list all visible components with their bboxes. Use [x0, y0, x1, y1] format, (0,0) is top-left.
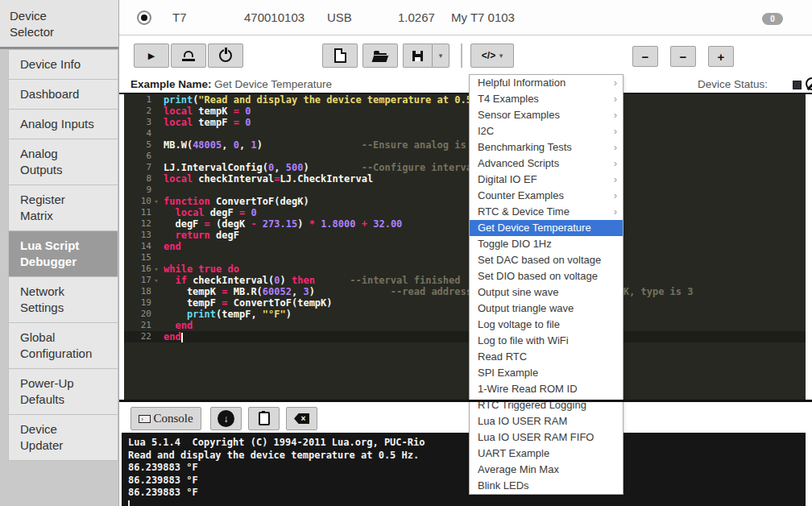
fold-arrow-icon[interactable]: ▾: [151, 275, 161, 286]
console-line: Lua 5.1.4 Copyright (C) 1994-2011 Lua.or…: [128, 437, 806, 450]
menu-item-get-device-temperature[interactable]: Get Device Temperature: [470, 220, 623, 236]
menu-item-log-to-file-with-wifi[interactable]: Log to file with WiFi: [470, 333, 623, 349]
code-line[interactable]: 14end: [124, 241, 806, 252]
sidebar-item-device-selector[interactable]: Device Selector: [0, 0, 118, 49]
menu-item-toggle-dio-1hz[interactable]: Toggle DIO 1Hz: [470, 236, 623, 252]
menu-item-read-rtc[interactable]: Read RTC: [470, 349, 623, 365]
code-line[interactable]: 19 tempF = ConvertToF(tempK): [124, 297, 806, 309]
menu-item-rtc-device-time[interactable]: RTC & Device Time›: [470, 204, 623, 220]
code-line[interactable]: 10▾function ConvertToF(degK): [124, 196, 806, 207]
sidebar-item-analog-outputs[interactable]: Analog Outputs: [8, 139, 118, 185]
code-line[interactable]: 22end: [124, 331, 806, 342]
submenu-arrow-icon: ›: [614, 156, 617, 172]
code-line[interactable]: 3local tempF = 0: [124, 117, 806, 128]
clear-log-button[interactable]: ×: [286, 407, 317, 430]
console-output[interactable]: Lua 5.1.4 Copyright (C) 1994-2011 Lua.or…: [122, 433, 806, 506]
line-number: 14: [124, 241, 151, 252]
menu-item-i2c[interactable]: I2C›: [470, 123, 623, 139]
code-line[interactable]: 12 degF = (degK - 273.15) * 1.8000 + 32.…: [124, 218, 806, 230]
code-line[interactable]: 6: [124, 151, 806, 162]
line-number: 17: [124, 275, 151, 286]
code-line[interactable]: 18 tempK = MB.R(60052, 3) --read address…: [124, 286, 806, 297]
submenu-arrow-icon: ›: [614, 75, 617, 91]
console-toggle-button[interactable]: › Console: [130, 407, 201, 430]
menu-item-blink-leds[interactable]: Blink LEDs: [470, 478, 623, 494]
sidebar-item-power-up-defaults[interactable]: Power-Up Defaults: [8, 369, 118, 415]
save-options-button[interactable]: ▾: [432, 44, 450, 68]
submenu-arrow-icon: ›: [614, 107, 617, 123]
decrease-font-button[interactable]: −: [632, 46, 658, 67]
sidebar-item-lua-script-debugger[interactable]: Lua Script Debugger: [8, 231, 118, 277]
plus-icon: +: [718, 51, 725, 63]
menu-item-benchmarking-tests[interactable]: Benchmarking Tests›: [470, 139, 623, 156]
menu-item-uart-example[interactable]: UART Example: [470, 446, 623, 462]
run-on-startup-button[interactable]: [208, 44, 243, 68]
menu-item-counter-examples[interactable]: Counter Examples›: [470, 188, 623, 204]
device-serial-number: 470010103: [244, 10, 304, 24]
lua-code-editor[interactable]: 1print("Read and display the device temp…: [124, 94, 806, 400]
code-line[interactable]: 7LJ.IntervalConfig(0, 500) --Configure i…: [124, 162, 806, 173]
fold-arrow-icon[interactable]: ▾: [151, 196, 161, 207]
code-line[interactable]: 8local checkInterval=LJ.CheckInterval: [124, 173, 806, 185]
menu-item-average-min-max[interactable]: Average Min Max: [470, 462, 623, 478]
menu-item-t4-examples[interactable]: T4 Examples›: [470, 91, 623, 107]
menu-item-output-sine-wave[interactable]: Output sine wave: [470, 284, 623, 301]
device-firmware-version: 1.0267: [398, 10, 435, 24]
code-line[interactable]: 2local tempK = 0: [124, 106, 806, 117]
load-example-button[interactable]: </> ▾: [470, 44, 514, 68]
code-line[interactable]: 21 end: [124, 320, 806, 331]
device-bar: T7 470010103 USB 1.0267 My T7 0103 0: [119, 0, 812, 35]
sidebar-item-analog-inputs[interactable]: Analog Inputs: [8, 110, 118, 139]
console-line: 86.239883 °F: [128, 462, 806, 475]
text-cursor: [181, 333, 183, 342]
menu-item-lua-io-user-ram-fifo[interactable]: Lua IO USER RAM FIFO: [470, 429, 623, 446]
menu-item-helpful-information[interactable]: Helpful Information›: [470, 75, 623, 91]
new-script-button[interactable]: [322, 44, 358, 68]
scroll-to-bottom-button[interactable]: ↓: [210, 407, 242, 430]
decrease-font-button-2[interactable]: −: [670, 46, 696, 67]
sidebar-item-dashboard[interactable]: Dashboard: [8, 80, 118, 110]
code-line[interactable]: 9: [124, 185, 806, 196]
code-line[interactable]: 5MB.W(48005, 0, 1) --Ensure analog is on: [124, 139, 806, 151]
code-line[interactable]: 15: [124, 252, 806, 263]
stop-script-button[interactable]: [171, 44, 206, 68]
increase-font-button[interactable]: +: [708, 46, 734, 67]
code-icon: </>: [482, 50, 495, 61]
fold-arrow-icon[interactable]: ▾: [151, 263, 161, 275]
code-line[interactable]: 16▾while true do: [124, 263, 806, 275]
menu-item-output-triangle-wave[interactable]: Output triangle wave: [470, 301, 623, 317]
sidebar-item-network-settings[interactable]: Network Settings: [8, 277, 118, 323]
run-script-button[interactable]: ▶: [134, 44, 169, 68]
menu-item-lua-io-user-ram[interactable]: Lua IO USER RAM: [470, 413, 623, 429]
copy-log-button[interactable]: [248, 407, 280, 430]
menu-item-log-voltage-to-file[interactable]: Log voltage to file: [470, 317, 623, 333]
sidebar-item-global-configuration[interactable]: Global Configuration: [8, 323, 118, 369]
line-number: 6: [124, 151, 151, 162]
menu-item-advanced-scripts[interactable]: Advanced Scripts›: [470, 156, 623, 172]
menu-item-digital-io-ef[interactable]: Digital IO EF›: [470, 172, 623, 188]
menu-item-spi-example[interactable]: SPI Example: [470, 365, 623, 381]
line-number: 2: [124, 106, 151, 117]
code-line[interactable]: 13 return degF: [124, 230, 806, 241]
menu-item-sensor-examples[interactable]: Sensor Examples›: [470, 107, 623, 123]
sidebar-item-device-updater[interactable]: Device Updater: [8, 415, 118, 461]
line-number: 8: [124, 173, 151, 185]
circle-down-arrow-icon: ↓: [218, 410, 234, 427]
code-line[interactable]: 4: [124, 128, 806, 139]
sidebar-item-device-info[interactable]: Device Info: [8, 49, 118, 80]
device-selected-radio[interactable]: [137, 10, 151, 25]
examples-dropdown-menu: Helpful Information›T4 Examples›Sensor E…: [469, 74, 624, 495]
sidebar-item-register-matrix[interactable]: Register Matrix: [8, 185, 118, 231]
menu-item-set-dio-based-on-voltage[interactable]: Set DIO based on voltage: [470, 268, 623, 284]
open-script-button[interactable]: [362, 44, 398, 68]
save-script-button[interactable]: [403, 44, 432, 68]
code-line[interactable]: 1print("Read and display the device temp…: [124, 94, 806, 106]
code-line[interactable]: 11 local degF = 0: [124, 207, 806, 218]
menu-item-1-wire-read-rom-id[interactable]: 1-Wire Read ROM ID: [470, 381, 623, 397]
code-line[interactable]: 17▾ if checkInterval(0) then --interval …: [124, 275, 806, 286]
menu-item-set-dac-based-on-voltage[interactable]: Set DAC based on voltage: [470, 252, 623, 268]
device-connection-type: USB: [327, 10, 352, 24]
line-number: 21: [124, 320, 151, 331]
line-number: 11: [124, 207, 151, 218]
code-line[interactable]: 20 print(tempF, "°F"): [124, 309, 806, 320]
